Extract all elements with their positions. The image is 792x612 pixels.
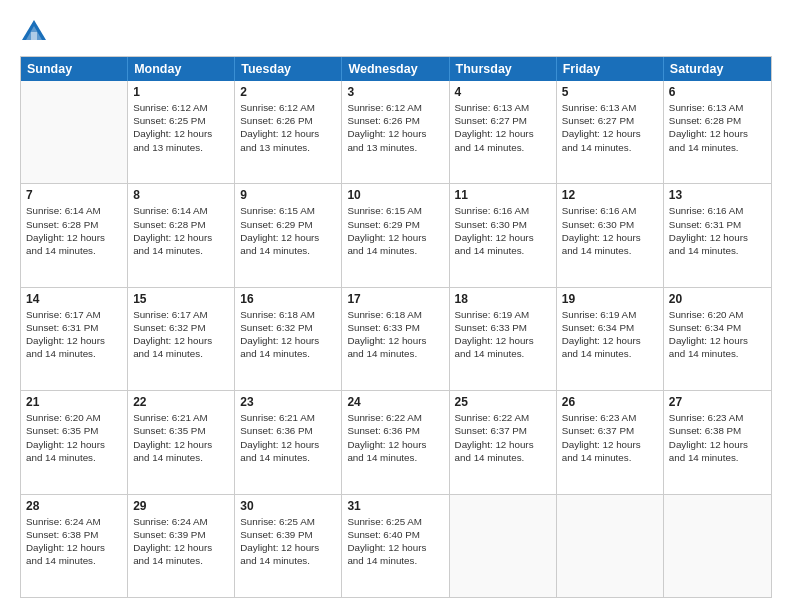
daylight-text: Daylight: 12 hours and 14 minutes. bbox=[26, 438, 122, 464]
calendar-day-31: 31Sunrise: 6:25 AMSunset: 6:40 PMDayligh… bbox=[342, 495, 449, 597]
sunset-text: Sunset: 6:27 PM bbox=[455, 114, 551, 127]
sunset-text: Sunset: 6:36 PM bbox=[347, 424, 443, 437]
calendar-day-21: 21Sunrise: 6:20 AMSunset: 6:35 PMDayligh… bbox=[21, 391, 128, 493]
sunset-text: Sunset: 6:37 PM bbox=[562, 424, 658, 437]
daylight-text: Daylight: 12 hours and 14 minutes. bbox=[133, 438, 229, 464]
day-number: 10 bbox=[347, 188, 443, 202]
sunrise-text: Sunrise: 6:13 AM bbox=[455, 101, 551, 114]
sunrise-text: Sunrise: 6:16 AM bbox=[669, 204, 766, 217]
calendar-day-12: 12Sunrise: 6:16 AMSunset: 6:30 PMDayligh… bbox=[557, 184, 664, 286]
calendar-day-4: 4Sunrise: 6:13 AMSunset: 6:27 PMDaylight… bbox=[450, 81, 557, 183]
calendar-day-13: 13Sunrise: 6:16 AMSunset: 6:31 PMDayligh… bbox=[664, 184, 771, 286]
daylight-text: Daylight: 12 hours and 14 minutes. bbox=[347, 231, 443, 257]
calendar-day-23: 23Sunrise: 6:21 AMSunset: 6:36 PMDayligh… bbox=[235, 391, 342, 493]
header-day-monday: Monday bbox=[128, 57, 235, 81]
calendar-day-27: 27Sunrise: 6:23 AMSunset: 6:38 PMDayligh… bbox=[664, 391, 771, 493]
calendar-day-11: 11Sunrise: 6:16 AMSunset: 6:30 PMDayligh… bbox=[450, 184, 557, 286]
calendar-day-18: 18Sunrise: 6:19 AMSunset: 6:33 PMDayligh… bbox=[450, 288, 557, 390]
sunset-text: Sunset: 6:29 PM bbox=[240, 218, 336, 231]
sunrise-text: Sunrise: 6:23 AM bbox=[669, 411, 766, 424]
calendar-day-7: 7Sunrise: 6:14 AMSunset: 6:28 PMDaylight… bbox=[21, 184, 128, 286]
sunrise-text: Sunrise: 6:19 AM bbox=[562, 308, 658, 321]
sunset-text: Sunset: 6:30 PM bbox=[455, 218, 551, 231]
calendar-header: SundayMondayTuesdayWednesdayThursdayFrid… bbox=[21, 57, 771, 81]
day-number: 5 bbox=[562, 85, 658, 99]
calendar-week-2: 7Sunrise: 6:14 AMSunset: 6:28 PMDaylight… bbox=[21, 183, 771, 286]
sunrise-text: Sunrise: 6:17 AM bbox=[26, 308, 122, 321]
calendar-day-6: 6Sunrise: 6:13 AMSunset: 6:28 PMDaylight… bbox=[664, 81, 771, 183]
day-number: 4 bbox=[455, 85, 551, 99]
day-number: 7 bbox=[26, 188, 122, 202]
calendar-empty-cell bbox=[21, 81, 128, 183]
calendar-day-1: 1Sunrise: 6:12 AMSunset: 6:25 PMDaylight… bbox=[128, 81, 235, 183]
daylight-text: Daylight: 12 hours and 14 minutes. bbox=[133, 541, 229, 567]
sunrise-text: Sunrise: 6:13 AM bbox=[669, 101, 766, 114]
calendar-day-2: 2Sunrise: 6:12 AMSunset: 6:26 PMDaylight… bbox=[235, 81, 342, 183]
sunset-text: Sunset: 6:35 PM bbox=[26, 424, 122, 437]
day-number: 6 bbox=[669, 85, 766, 99]
day-number: 25 bbox=[455, 395, 551, 409]
daylight-text: Daylight: 12 hours and 14 minutes. bbox=[562, 334, 658, 360]
daylight-text: Daylight: 12 hours and 14 minutes. bbox=[240, 231, 336, 257]
logo-icon bbox=[20, 18, 48, 46]
calendar: SundayMondayTuesdayWednesdayThursdayFrid… bbox=[20, 56, 772, 598]
sunset-text: Sunset: 6:35 PM bbox=[133, 424, 229, 437]
sunset-text: Sunset: 6:34 PM bbox=[562, 321, 658, 334]
header-day-thursday: Thursday bbox=[450, 57, 557, 81]
sunset-text: Sunset: 6:38 PM bbox=[26, 528, 122, 541]
sunset-text: Sunset: 6:39 PM bbox=[133, 528, 229, 541]
header-day-sunday: Sunday bbox=[21, 57, 128, 81]
sunrise-text: Sunrise: 6:19 AM bbox=[455, 308, 551, 321]
calendar-empty-cell bbox=[557, 495, 664, 597]
sunrise-text: Sunrise: 6:23 AM bbox=[562, 411, 658, 424]
sunrise-text: Sunrise: 6:25 AM bbox=[240, 515, 336, 528]
sunset-text: Sunset: 6:31 PM bbox=[669, 218, 766, 231]
calendar-day-20: 20Sunrise: 6:20 AMSunset: 6:34 PMDayligh… bbox=[664, 288, 771, 390]
day-number: 13 bbox=[669, 188, 766, 202]
daylight-text: Daylight: 12 hours and 14 minutes. bbox=[240, 541, 336, 567]
day-number: 27 bbox=[669, 395, 766, 409]
calendar-day-26: 26Sunrise: 6:23 AMSunset: 6:37 PMDayligh… bbox=[557, 391, 664, 493]
sunset-text: Sunset: 6:25 PM bbox=[133, 114, 229, 127]
daylight-text: Daylight: 12 hours and 14 minutes. bbox=[133, 334, 229, 360]
day-number: 15 bbox=[133, 292, 229, 306]
sunset-text: Sunset: 6:36 PM bbox=[240, 424, 336, 437]
day-number: 21 bbox=[26, 395, 122, 409]
calendar-week-5: 28Sunrise: 6:24 AMSunset: 6:38 PMDayligh… bbox=[21, 494, 771, 597]
sunset-text: Sunset: 6:28 PM bbox=[26, 218, 122, 231]
sunset-text: Sunset: 6:37 PM bbox=[455, 424, 551, 437]
sunset-text: Sunset: 6:38 PM bbox=[669, 424, 766, 437]
header-day-friday: Friday bbox=[557, 57, 664, 81]
calendar-day-16: 16Sunrise: 6:18 AMSunset: 6:32 PMDayligh… bbox=[235, 288, 342, 390]
sunrise-text: Sunrise: 6:20 AM bbox=[669, 308, 766, 321]
daylight-text: Daylight: 12 hours and 14 minutes. bbox=[562, 127, 658, 153]
daylight-text: Daylight: 12 hours and 14 minutes. bbox=[26, 231, 122, 257]
daylight-text: Daylight: 12 hours and 14 minutes. bbox=[240, 334, 336, 360]
sunrise-text: Sunrise: 6:18 AM bbox=[347, 308, 443, 321]
calendar-empty-cell bbox=[664, 495, 771, 597]
sunset-text: Sunset: 6:29 PM bbox=[347, 218, 443, 231]
daylight-text: Daylight: 12 hours and 14 minutes. bbox=[455, 334, 551, 360]
sunrise-text: Sunrise: 6:15 AM bbox=[240, 204, 336, 217]
day-number: 26 bbox=[562, 395, 658, 409]
sunrise-text: Sunrise: 6:22 AM bbox=[455, 411, 551, 424]
sunset-text: Sunset: 6:28 PM bbox=[669, 114, 766, 127]
day-number: 19 bbox=[562, 292, 658, 306]
sunset-text: Sunset: 6:34 PM bbox=[669, 321, 766, 334]
sunset-text: Sunset: 6:26 PM bbox=[347, 114, 443, 127]
sunset-text: Sunset: 6:30 PM bbox=[562, 218, 658, 231]
page-header bbox=[20, 18, 772, 46]
calendar-day-10: 10Sunrise: 6:15 AMSunset: 6:29 PMDayligh… bbox=[342, 184, 449, 286]
sunset-text: Sunset: 6:31 PM bbox=[26, 321, 122, 334]
daylight-text: Daylight: 12 hours and 14 minutes. bbox=[347, 334, 443, 360]
calendar-day-24: 24Sunrise: 6:22 AMSunset: 6:36 PMDayligh… bbox=[342, 391, 449, 493]
calendar-day-3: 3Sunrise: 6:12 AMSunset: 6:26 PMDaylight… bbox=[342, 81, 449, 183]
calendar-day-19: 19Sunrise: 6:19 AMSunset: 6:34 PMDayligh… bbox=[557, 288, 664, 390]
sunrise-text: Sunrise: 6:12 AM bbox=[347, 101, 443, 114]
sunrise-text: Sunrise: 6:21 AM bbox=[133, 411, 229, 424]
daylight-text: Daylight: 12 hours and 14 minutes. bbox=[562, 438, 658, 464]
day-number: 3 bbox=[347, 85, 443, 99]
day-number: 1 bbox=[133, 85, 229, 99]
calendar-week-3: 14Sunrise: 6:17 AMSunset: 6:31 PMDayligh… bbox=[21, 287, 771, 390]
day-number: 9 bbox=[240, 188, 336, 202]
